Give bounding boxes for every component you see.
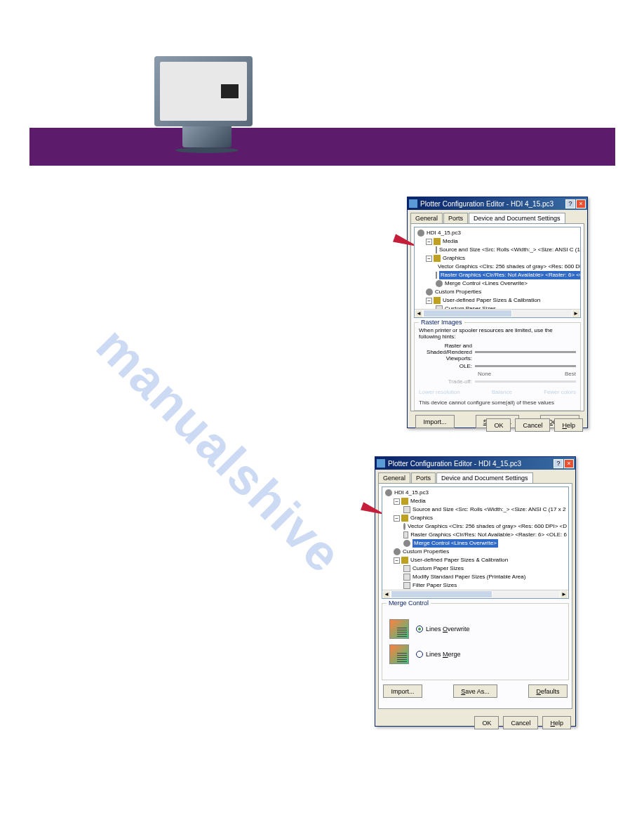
monitor-illustration [154,56,260,154]
titlebar-text: Plotter Configuration Editor - HDI 4_15.… [388,460,554,468]
label-balance: Balance [492,389,512,395]
tree-modify-sizes[interactable]: Modify Standard Paper Sizes (Printable A… [412,573,525,581]
cancel-button[interactable]: Cancel [503,716,538,729]
tree-filter-sizes[interactable]: Filter Paper Sizes [412,581,457,590]
scroll-right-icon[interactable]: ► [572,310,580,318]
slider-label-tradeoff: Trade-off: [419,378,475,385]
header-band [29,128,615,166]
device-note: This device cannot configure some(all) o… [419,399,576,406]
save-as-button[interactable]: Save As... [453,684,497,698]
tabstrip: General Ports Device and Document Settin… [408,210,587,223]
tree-custom-props[interactable]: Custom Properties [403,548,449,556]
tree-scrollbar[interactable]: ◄ ► [415,309,580,317]
tab-panel: HDI 4_15.pc3 −Media Source and Size <Src… [410,223,584,411]
lines-merge-icon [389,644,409,664]
tree-raster-selected[interactable]: Raster Graphics <Clr/Res: Not Available>… [439,271,581,279]
slider-ole[interactable] [475,365,576,367]
defaults-button[interactable]: Defaults [528,684,568,698]
scroll-left-icon[interactable]: ◄ [382,590,391,599]
tree-custom-props[interactable]: Custom Properties [435,288,481,296]
tree-userdef[interactable]: User-defined Paper Sizes & Calibration [443,296,540,305]
tree-custom-sizes[interactable]: Custom Paper Sizes [412,564,464,573]
tree-vector[interactable]: Vector Graphics <Clrs: 256 shades of gra… [438,263,581,271]
titlebar-text: Plotter Configuration Editor - HDI 4_15.… [420,200,565,208]
slider-label-ole: OLE: [419,363,475,369]
plotter-config-dialog-1: Plotter Configuration Editor - HDI 4_15.… [407,197,588,428]
close-button[interactable]: × [564,459,574,468]
tree-source[interactable]: Source and Size <Src: Rolls <Width:_> <S… [412,505,565,514]
tree-scrollbar[interactable]: ◄ ► [382,590,568,598]
close-button[interactable]: × [576,199,586,208]
label-lines-overwrite: Lines Overwrite [426,626,470,633]
scroll-right-icon[interactable]: ► [560,590,568,599]
tick-none: None [478,371,491,377]
tree-source[interactable]: Source and Size <Src: Rolls <Width:_> <S… [439,246,581,254]
import-button[interactable]: Import... [415,415,455,428]
group-title: Merge Control [387,600,431,607]
help-titlebar-button[interactable]: ? [565,199,575,208]
radio-lines-merge[interactable] [416,651,423,658]
dialog-button-row: OK Cancel Help [375,712,575,734]
tree-media[interactable]: Media [410,497,426,505]
help-titlebar-button[interactable]: ? [554,459,563,468]
plotter-config-dialog-2: Plotter Configuration Editor - HDI 4_15.… [375,456,576,727]
app-icon [377,459,385,468]
tab-device-settings[interactable]: Device and Document Settings [436,472,533,483]
tab-ports[interactable]: Ports [443,213,468,223]
ok-button[interactable]: OK [486,418,511,432]
merge-control-group: Merge Control Lines Overwrite Lines Merg… [382,603,569,680]
raster-hint: When printer or spooler resources are li… [419,327,576,340]
lines-overwrite-icon [389,619,409,639]
radio-lines-overwrite[interactable] [416,626,423,633]
ok-button[interactable]: OK [474,716,499,729]
tree-merge-selected[interactable]: Merge Control <Lines Overwrite> [412,539,498,548]
tick-best: Best [565,371,576,377]
tree-root[interactable]: HDI 4_15.pc3 [394,489,429,497]
tree-graphics[interactable]: Graphics [443,254,465,263]
tab-general[interactable]: General [378,472,410,483]
tab-device-settings[interactable]: Device and Document Settings [469,213,565,223]
watermark-text: manualshive [86,316,354,584]
tab-general[interactable]: General [410,213,443,223]
settings-tree[interactable]: HDI 4_15.pc3 −Media Source and Size <Src… [382,486,569,599]
help-button[interactable]: Help [542,716,571,729]
tabstrip: General Ports Device and Document Settin… [375,470,575,483]
raster-images-group: Raster Images When printer or spooler re… [414,322,581,411]
slider-tradeoff [475,380,576,383]
tree-root[interactable]: HDI 4_15.pc3 [427,229,461,237]
tree-raster[interactable]: Raster Graphics <Clr/Res: Not Available>… [410,531,567,539]
slider-viewports[interactable] [475,351,576,353]
settings-tree[interactable]: HDI 4_15.pc3 −Media Source and Size <Src… [414,227,581,318]
group-title: Raster Images [419,319,464,326]
tab-panel: HDI 4_15.pc3 −Media Source and Size <Src… [378,483,572,709]
slider-label-viewports: Raster and Shaded/Rendered Viewports: [419,343,475,362]
app-icon [409,199,417,208]
titlebar: Plotter Configuration Editor - HDI 4_15.… [375,457,575,470]
titlebar: Plotter Configuration Editor - HDI 4_15.… [408,197,587,210]
cancel-button[interactable]: Cancel [515,418,550,432]
label-lower-res: Lower resolution [419,389,460,395]
import-button[interactable]: Import... [383,684,422,698]
scroll-left-icon[interactable]: ◄ [415,310,423,318]
tree-userdef[interactable]: User-defined Paper Sizes & Calibration [410,556,508,564]
tab-ports[interactable]: Ports [411,472,436,483]
help-button[interactable]: Help [554,418,583,432]
tree-media[interactable]: Media [443,237,458,246]
tree-vector[interactable]: Vector Graphics <Clrs: 256 shades of gra… [408,522,567,531]
label-fewer-colors: Fewer colors [544,389,576,395]
tree-graphics[interactable]: Graphics [410,514,433,522]
label-lines-merge: Lines Merge [426,651,461,658]
tree-merge[interactable]: Merge Control <Lines Overwrite> [445,279,528,288]
